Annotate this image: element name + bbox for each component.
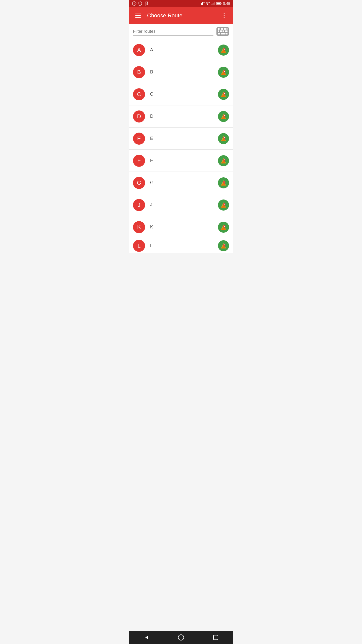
svg-point-60: [224, 181, 225, 182]
svg-rect-10: [202, 2, 203, 5]
status-bar: !: [129, 0, 233, 7]
map-icon-k[interactable]: [218, 222, 229, 233]
svg-rect-81: [213, 635, 218, 640]
route-label-l: L: [150, 243, 218, 249]
back-button[interactable]: [141, 632, 152, 643]
route-item-l[interactable]: LL: [129, 238, 233, 253]
menu-button[interactable]: [133, 11, 143, 21]
filter-row: [129, 24, 233, 39]
map-icon-g[interactable]: [218, 177, 229, 188]
route-label-b: B: [150, 69, 218, 75]
notification-icon: !: [132, 1, 137, 6]
svg-point-66: [224, 204, 225, 205]
map-icon-c[interactable]: [218, 89, 229, 100]
svg-rect-13: [212, 4, 212, 5]
svg-point-42: [224, 115, 225, 116]
map-pin-svg: [220, 224, 227, 231]
route-avatar-f: F: [133, 155, 145, 167]
svg-point-48: [224, 137, 225, 138]
keyboard-icon: [216, 27, 229, 36]
home-circle-icon: [178, 634, 184, 640]
svg-point-80: [178, 635, 184, 640]
map-icon-l[interactable]: [218, 240, 229, 251]
map-icon-f[interactable]: [218, 155, 229, 166]
back-arrow-icon: [143, 634, 149, 640]
route-item-c[interactable]: CC: [129, 83, 233, 105]
network-icon: [211, 2, 215, 5]
route-label-a: A: [150, 47, 218, 53]
route-label-c: C: [150, 92, 218, 97]
route-avatar-e: E: [133, 133, 145, 145]
route-label-f: F: [150, 158, 218, 163]
battery-icon: [216, 2, 222, 5]
route-avatar-b: B: [133, 66, 145, 78]
route-label-g: G: [150, 180, 218, 185]
navigation-bar: [129, 631, 233, 644]
svg-point-24: [224, 49, 225, 50]
route-avatar-j: J: [133, 199, 145, 211]
home-button[interactable]: [175, 632, 187, 643]
recents-square-icon: [213, 635, 218, 640]
route-avatar-c: C: [133, 88, 145, 100]
route-avatar-d: D: [133, 110, 145, 123]
route-item-a[interactable]: AA: [129, 39, 233, 61]
svg-marker-79: [145, 635, 148, 639]
route-list: AA BB: [129, 39, 233, 253]
map-pin-svg: [220, 135, 227, 142]
status-time: 5:49: [223, 2, 230, 6]
route-label-e: E: [150, 136, 218, 141]
signal-minus-icon: [201, 2, 205, 5]
map-icon-b[interactable]: [218, 67, 229, 78]
svg-rect-12: [211, 4, 211, 5]
route-label-k: K: [150, 224, 218, 230]
route-item-b[interactable]: BB: [129, 61, 233, 83]
map-pin-svg: [220, 179, 227, 186]
svg-point-72: [224, 226, 225, 227]
route-label-d: D: [150, 114, 218, 119]
wifi-icon: [206, 2, 210, 5]
svg-point-78: [224, 245, 225, 246]
svg-line-4: [145, 2, 146, 2]
svg-rect-6: [145, 3, 148, 5]
svg-point-36: [224, 93, 225, 94]
svg-rect-14: [213, 3, 213, 5]
map-icon-e[interactable]: [218, 133, 229, 144]
route-avatar-k: K: [133, 221, 145, 233]
map-pin-svg: [220, 47, 227, 54]
app-bar: Choose Route ⋮: [129, 7, 233, 24]
map-pin-svg: [220, 91, 227, 98]
route-label-j: J: [150, 202, 218, 208]
route-item-k[interactable]: KK: [129, 216, 233, 238]
map-pin-svg: [220, 113, 227, 120]
route-item-e[interactable]: EE: [129, 128, 233, 150]
android-icon: [144, 1, 149, 6]
route-item-g[interactable]: GG: [129, 172, 233, 194]
svg-rect-18: [216, 3, 220, 5]
route-avatar-l: L: [133, 240, 145, 252]
status-bar-left-icons: !: [132, 1, 149, 6]
svg-point-54: [224, 159, 225, 160]
recents-button[interactable]: [210, 632, 221, 643]
route-avatar-a: A: [133, 44, 145, 56]
svg-line-5: [147, 2, 147, 2]
svg-text:!: !: [134, 3, 134, 5]
route-item-f[interactable]: FF: [129, 150, 233, 172]
overflow-menu-button[interactable]: ⋮: [219, 11, 229, 21]
route-avatar-g: G: [133, 177, 145, 189]
svg-rect-9: [201, 3, 202, 5]
hamburger-icon: [135, 14, 141, 18]
more-vertical-icon: ⋮: [221, 12, 227, 19]
route-item-j[interactable]: JJ: [129, 194, 233, 216]
map-icon-j[interactable]: [218, 199, 229, 211]
route-item-d[interactable]: DD: [129, 105, 233, 128]
svg-rect-15: [214, 2, 214, 5]
map-pin-svg: [220, 242, 227, 249]
map-icon-a[interactable]: [218, 45, 229, 56]
map-pin-svg: [220, 157, 227, 164]
svg-rect-17: [221, 3, 221, 4]
page-title: Choose Route: [147, 12, 219, 19]
map-icon-d[interactable]: [218, 111, 229, 122]
filter-input[interactable]: [133, 27, 213, 36]
shield-icon: [138, 1, 143, 6]
keyboard-toggle-button[interactable]: [216, 27, 229, 36]
